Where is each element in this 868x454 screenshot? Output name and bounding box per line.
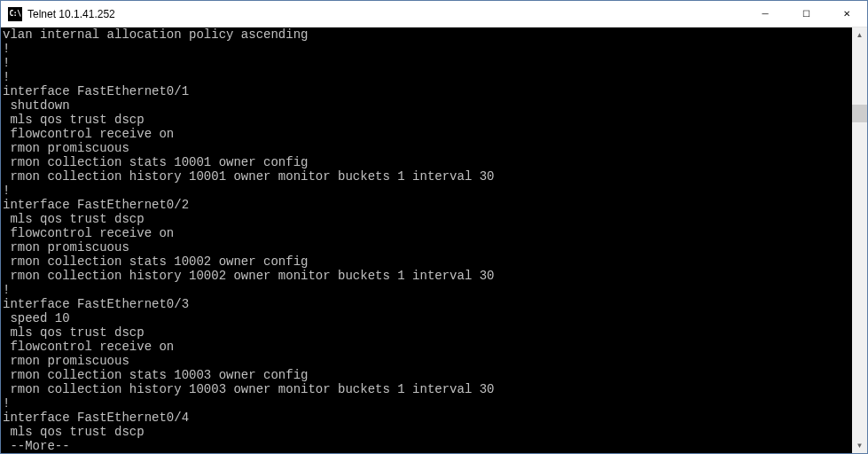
vertical-scrollbar[interactable]: ▲ ▼: [852, 27, 867, 453]
app-icon-text: C:\: [10, 10, 21, 18]
minimize-button[interactable]: ─: [745, 1, 786, 27]
window-controls: ─ ☐ ✕: [745, 1, 867, 27]
titlebar: C:\ Telnet 10.1.41.252 ─ ☐ ✕: [1, 1, 867, 27]
terminal-output[interactable]: vlan internal allocation policy ascendin…: [1, 27, 852, 453]
scroll-down-button[interactable]: ▼: [852, 438, 867, 453]
scrollbar-thumb[interactable]: [852, 105, 867, 122]
scroll-up-button[interactable]: ▲: [852, 27, 867, 43]
terminal-container: vlan internal allocation policy ascendin…: [1, 27, 867, 453]
maximize-button[interactable]: ☐: [786, 1, 826, 27]
app-icon: C:\: [8, 7, 22, 21]
close-button[interactable]: ✕: [826, 1, 867, 27]
scrollbar-track[interactable]: [852, 43, 867, 438]
window-title: Telnet 10.1.41.252: [27, 8, 745, 20]
